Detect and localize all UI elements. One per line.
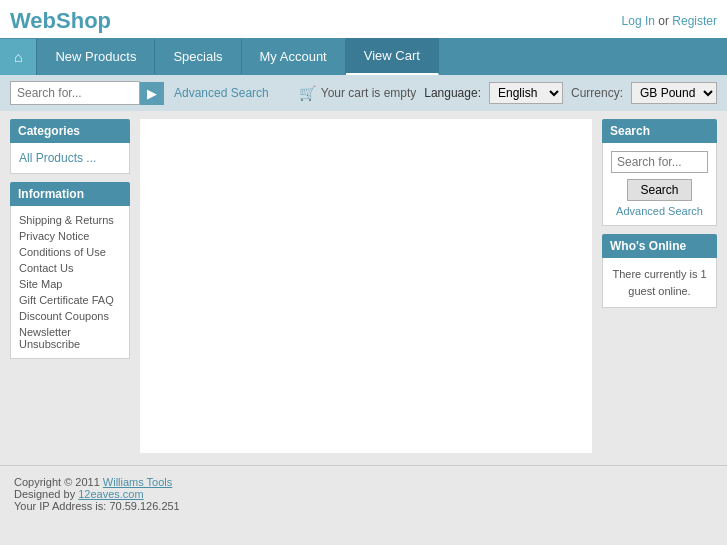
main-content: Categories All Products ... Information … [0,111,727,461]
whos-online-content: There currently is 1 guest online. [602,258,717,308]
information-title: Information [10,182,130,206]
header: WebShop Log In or Register [0,0,727,38]
all-products-link[interactable]: All Products ... [19,149,121,167]
sidebar-giftcert-link[interactable]: Gift Certificate FAQ [19,292,121,308]
register-link[interactable]: Register [672,14,717,28]
cart-area: 🛒 Your cart is empty [299,85,417,101]
footer-copyright: Copyright © 2011 Williams Tools [14,476,713,488]
sidebar-contact-link[interactable]: Contact Us [19,260,121,276]
search-box-content: Search Advanced Search [602,143,717,226]
categories-content: All Products ... [10,143,130,174]
information-box: Information Shipping & Returns Privacy N… [10,182,130,359]
sidebar-newsletter-link[interactable]: Newsletter Unsubscribe [19,324,121,352]
sidebar-search-input[interactable] [611,151,708,173]
logo-shop: Shop [56,8,111,33]
sidebar-search-button[interactable]: Search [627,179,691,201]
header-auth: Log In or Register [622,14,717,28]
sidebar-privacy-link[interactable]: Privacy Notice [19,228,121,244]
sidebar-advanced-search-link[interactable]: Advanced Search [611,205,708,217]
nav-specials[interactable]: Specials [155,39,241,74]
login-link[interactable]: Log In [622,14,655,28]
right-sidebar: Search Search Advanced Search Who's Onli… [602,119,717,453]
currency-select[interactable]: GB Pound US Dollar Euro [631,82,717,104]
search-box: Search Search Advanced Search [602,119,717,226]
search-box-title: Search [602,119,717,143]
footer-designer: Designed by 12eaves.com [14,488,713,500]
sidebar-sitemap-link[interactable]: Site Map [19,276,121,292]
sidebar-conditions-link[interactable]: Conditions of Use [19,244,121,260]
sidebar-discount-link[interactable]: Discount Coupons [19,308,121,324]
logo-web: Web [10,8,56,33]
home-icon: ⌂ [14,49,22,65]
sidebar-shipping-link[interactable]: Shipping & Returns [19,212,121,228]
language-select[interactable]: English French German [489,82,563,104]
language-label: Language: [424,86,481,100]
cart-icon: 🛒 [299,85,316,101]
nav-view-cart[interactable]: View Cart [346,38,439,75]
online-text: There currently is 1 guest online. [611,266,708,299]
searchbar-row: ▶ Advanced Search 🛒 Your cart is empty L… [0,75,727,111]
or-label: or [658,14,669,28]
main-nav: ⌂ New Products Specials My Account View … [0,38,727,75]
home-button[interactable]: ⌂ [0,39,37,75]
footer-designer-link[interactable]: 12eaves.com [78,488,143,500]
footer-company-link[interactable]: Williams Tools [103,476,172,488]
nav-my-account[interactable]: My Account [242,39,346,74]
cart-empty-label: Your cart is empty [321,86,417,100]
categories-title: Categories [10,119,130,143]
footer: Copyright © 2011 Williams Tools Designed… [0,465,727,522]
whos-online-box: Who's Online There currently is 1 guest … [602,234,717,308]
left-sidebar: Categories All Products ... Information … [10,119,130,453]
footer-ip: Your IP Address is: 70.59.126.251 [14,500,713,512]
top-advanced-search-link[interactable]: Advanced Search [174,86,269,100]
top-search-wrap: ▶ [10,81,164,105]
information-content: Shipping & Returns Privacy Notice Condit… [10,206,130,359]
categories-box: Categories All Products ... [10,119,130,174]
currency-label: Currency: [571,86,623,100]
top-search-input[interactable] [10,81,140,105]
main-content-area [140,119,592,453]
top-search-go-button[interactable]: ▶ [140,82,164,105]
lang-currency-area: Language: English French German Currency… [424,82,717,104]
logo[interactable]: WebShop [10,8,111,34]
nav-new-products[interactable]: New Products [37,39,155,74]
whos-online-title: Who's Online [602,234,717,258]
